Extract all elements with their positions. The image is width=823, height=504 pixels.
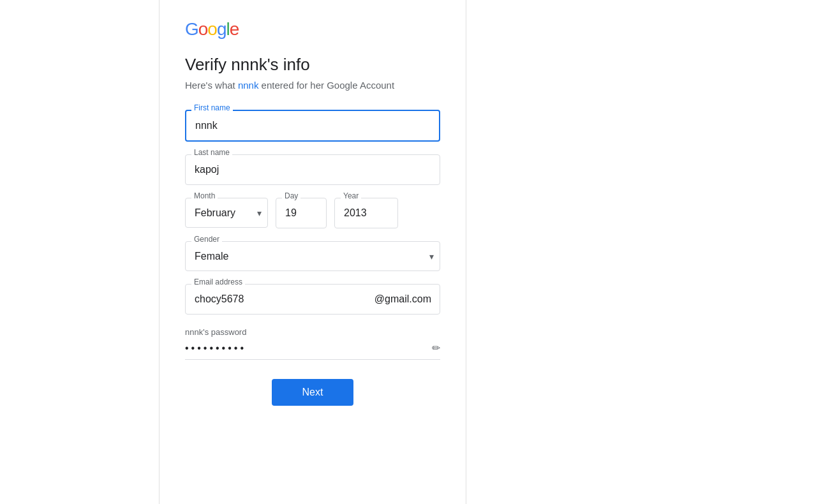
gender-select[interactable]: Male Female Rather not say Custom — [185, 241, 440, 271]
left-panel — [0, 0, 159, 504]
email-wrapper: @gmail.com — [185, 284, 440, 315]
logo-o2: o — [207, 19, 217, 40]
email-group: Email address @gmail.com — [185, 284, 440, 315]
subtitle-prefix: Here's what — [185, 80, 238, 91]
birthday-row: Month January February March April May J… — [185, 198, 440, 228]
page-title: Verify nnnk's info — [185, 55, 440, 75]
gender-group: Gender Male Female Rather not say Custom… — [185, 241, 440, 271]
next-button[interactable]: Next — [272, 379, 354, 406]
logo-g2: g — [217, 19, 226, 40]
month-select[interactable]: January February March April May June Ju… — [185, 198, 268, 228]
logo-g: G — [185, 19, 198, 40]
day-field: Day — [276, 198, 327, 228]
first-name-input[interactable] — [185, 110, 440, 142]
first-name-group: First name — [185, 110, 440, 142]
email-label: Email address — [191, 278, 245, 286]
page-subtitle: Here's what nnnk entered for her Google … — [185, 80, 440, 91]
logo-o1: o — [198, 19, 208, 40]
month-field: Month January February March April May J… — [185, 198, 268, 228]
password-dots: •••••••••• — [185, 343, 246, 354]
logo-e: e — [230, 19, 239, 40]
right-panel — [466, 0, 823, 504]
main-content: G o o g l e Verify nnnk's info Here's wh… — [159, 0, 466, 504]
year-input[interactable] — [334, 198, 398, 228]
last-name-label: Last name — [191, 148, 232, 157]
google-logo: G o o g l e — [185, 19, 440, 40]
gender-label: Gender — [191, 235, 222, 244]
password-row: •••••••••• ✏ — [185, 342, 440, 360]
year-field: Year — [334, 198, 398, 228]
day-label: Day — [282, 191, 300, 200]
subtitle-middle: entered for her Google Account — [262, 80, 394, 91]
subtitle-username: nnnk — [238, 80, 259, 91]
button-row: Next — [185, 379, 440, 406]
page-wrapper: G o o g l e Verify nnnk's info Here's wh… — [0, 0, 823, 504]
password-label: nnnk's password — [185, 327, 440, 337]
gender-wrapper: Male Female Rather not say Custom ▾ — [185, 241, 440, 271]
year-label: Year — [341, 191, 361, 200]
first-name-label: First name — [191, 103, 233, 112]
last-name-group: Last name — [185, 154, 440, 185]
month-select-wrapper: January February March April May June Ju… — [185, 198, 268, 228]
day-input[interactable] — [276, 198, 327, 228]
email-domain-suffix: @gmail.com — [374, 293, 431, 305]
edit-password-icon[interactable]: ✏ — [432, 342, 440, 354]
last-name-input[interactable] — [185, 154, 440, 185]
password-section: nnnk's password •••••••••• ✏ — [185, 327, 440, 360]
month-label: Month — [191, 191, 218, 200]
